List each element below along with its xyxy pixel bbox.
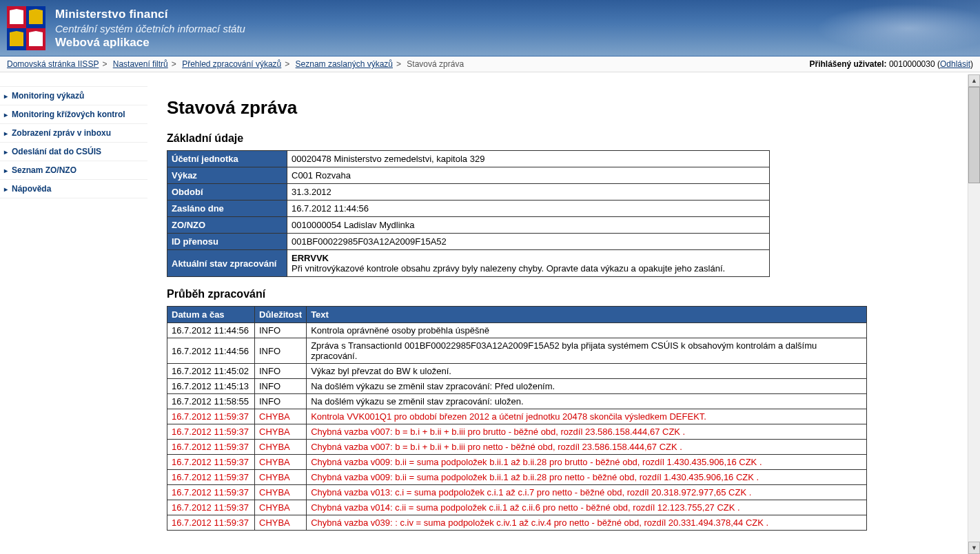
sidebar-item-monitoring-krizovych[interactable]: ▸Monitoring křížových kontrol: [0, 105, 147, 124]
basic-row-label: ID přenosu: [167, 234, 287, 250]
log-cell-text: Na došlém výkazu se změnil stav zpracová…: [307, 379, 867, 394]
log-cell-text: Chybná vazba v039: : c.iv = suma podpolo…: [307, 515, 867, 531]
log-cell-text: Chybná vazba v009: b.ii = suma podpolože…: [307, 455, 867, 470]
section-basic-title: Základní údaje: [167, 132, 968, 145]
page-title: Stavová zpráva: [167, 97, 968, 119]
caret-right-icon: ▸: [4, 148, 8, 156]
log-cell-severity: INFO: [255, 323, 307, 338]
basic-row-value: 001BF00022985F03A12A2009F15A52: [287, 234, 770, 250]
log-cell-datetime: 16.7.2012 11:59:37: [167, 470, 255, 485]
log-cell-datetime: 16.7.2012 11:58:55: [167, 394, 255, 409]
caret-right-icon: ▸: [4, 111, 8, 119]
basic-row-value: 00020478 Ministerstvo zemedelstvi, kapit…: [287, 151, 770, 167]
sidebar-item-label: Nápověda: [12, 184, 51, 194]
basic-row-value: 0010000054 Ladislav Mydlinka: [287, 217, 770, 234]
log-cell-datetime: 16.7.2012 11:59:37: [167, 409, 255, 424]
log-cell-severity: INFO: [255, 364, 307, 379]
page-scrollbar[interactable]: ▲ ▼: [968, 74, 980, 537]
basic-info-table: Účetní jednotka00020478 Ministerstvo zem…: [167, 150, 770, 277]
sidebar: ▸Monitoring výkazů ▸Monitoring křížových…: [0, 72, 147, 537]
log-header-severity: Důležitost: [255, 307, 307, 323]
log-cell-severity: CHYBA: [255, 424, 307, 440]
log-cell-text: Na došlém výkazu se změnil stav zpracová…: [307, 394, 867, 409]
basic-row: Zasláno dne16.7.2012 11:44:56: [167, 201, 770, 217]
log-cell-text: Chybná vazba v013: c.i = suma podpoložek…: [307, 485, 867, 500]
sidebar-item-odeslani[interactable]: ▸Odeslání dat do CSÚIS: [0, 143, 147, 161]
log-cell-text: Kontrola oprávněné osoby proběhla úspěšn…: [307, 323, 867, 338]
log-cell-datetime: 16.7.2012 11:59:37: [167, 440, 255, 455]
log-cell-severity: CHYBA: [255, 440, 307, 455]
log-cell-text: Kontrola VVK001Q1 pro období březen 2012…: [307, 409, 867, 424]
sidebar-item-inbox[interactable]: ▸Zobrazení zpráv v inboxu: [0, 124, 147, 143]
log-cell-severity: CHYBA: [255, 455, 307, 470]
log-cell-datetime: 16.7.2012 11:59:37: [167, 515, 255, 531]
sidebar-item-monitoring-vykazu[interactable]: ▸Monitoring výkazů: [0, 86, 147, 105]
state-emblem-icon: [7, 6, 45, 50]
log-cell-severity: CHYBA: [255, 409, 307, 424]
sidebar-item-label: Odeslání dat do CSÚIS: [12, 147, 101, 156]
basic-row: ZO/NZO0010000054 Ladislav Mydlinka: [167, 217, 770, 234]
caret-right-icon: ▸: [4, 167, 8, 174]
content: Stavová zpráva Základní údaje Účetní jed…: [147, 72, 974, 537]
basic-row-label: Období: [167, 184, 287, 201]
log-row: 16.7.2012 11:45:02INFOVýkaz byl převzat …: [167, 364, 867, 379]
basic-row-label: ZO/NZO: [167, 217, 287, 234]
sidebar-item-label: Seznam ZO/NZO: [12, 165, 76, 175]
log-cell-datetime: 16.7.2012 11:45:02: [167, 364, 255, 379]
log-row: 16.7.2012 11:59:37CHYBAChybná vazba v014…: [167, 500, 867, 515]
log-cell-text: Zpráva s TransactionId 001BF00022985F03A…: [307, 338, 867, 364]
log-row: 16.7.2012 11:59:37CHYBAKontrola VVK001Q1…: [167, 409, 867, 424]
basic-row: Aktuální stav zpracováníERRVVKPři vnitro…: [167, 250, 770, 277]
log-row: 16.7.2012 11:58:55INFONa došlém výkazu s…: [167, 394, 867, 409]
log-cell-datetime: 16.7.2012 11:44:56: [167, 323, 255, 338]
scroll-up-button[interactable]: ▲: [968, 74, 980, 87]
processing-log-table: Datum a čas Důležitost Text 16.7.2012 11…: [167, 306, 867, 531]
user-id: 0010000030: [889, 59, 935, 69]
log-cell-text: Chybná vazba v007: b = b.i + b.ii + b.ii…: [307, 440, 867, 455]
header-ministry: Ministerstvo financí: [55, 8, 245, 21]
sidebar-item-label: Monitoring výkazů: [12, 91, 84, 101]
header-app: Webová aplikace: [55, 36, 245, 50]
log-cell-severity: CHYBA: [255, 470, 307, 485]
sidebar-item-napoveda[interactable]: ▸Nápověda: [0, 180, 147, 198]
basic-row-label: Účetní jednotka: [167, 151, 287, 167]
user-label: Přihlášený uživatel:: [809, 59, 886, 69]
log-cell-severity: INFO: [255, 338, 307, 364]
caret-right-icon: ▸: [4, 130, 8, 137]
basic-row-value: ERRVVKPři vnitrovýkazové kontrole obsahu…: [287, 250, 770, 277]
caret-right-icon: ▸: [4, 185, 8, 193]
breadcrumb-link-list[interactable]: Seznam zaslaných výkazů: [296, 59, 393, 69]
log-row: 16.7.2012 11:44:56INFOZpráva s Transacti…: [167, 338, 867, 364]
sidebar-item-seznam-zonzo[interactable]: ▸Seznam ZO/NZO: [0, 161, 147, 180]
log-cell-datetime: 16.7.2012 11:59:37: [167, 500, 255, 515]
basic-row: VýkazC001 Rozvaha: [167, 167, 770, 184]
log-row: 16.7.2012 11:59:37CHYBAChybná vazba v009…: [167, 470, 867, 485]
log-cell-severity: INFO: [255, 394, 307, 409]
sidebar-item-label: Zobrazení zpráv v inboxu: [12, 128, 111, 138]
logout-link[interactable]: Odhlásit: [940, 59, 970, 69]
log-cell-severity: CHYBA: [255, 515, 307, 531]
scroll-thumb[interactable]: [968, 87, 980, 183]
basic-row: Období31.3.2012: [167, 184, 770, 201]
breadcrumb: Domovská stránka IISSP> Nastavení filtrů…: [7, 59, 464, 69]
basic-row: Účetní jednotka00020478 Ministerstvo zem…: [167, 151, 770, 167]
log-row: 16.7.2012 11:59:37CHYBAChybná vazba v007…: [167, 424, 867, 440]
breadcrumb-link-overview[interactable]: Přehled zpracování výkazů: [182, 59, 281, 69]
breadcrumb-link-home[interactable]: Domovská stránka IISSP: [7, 59, 99, 69]
log-cell-text: Chybná vazba v014: c.ii = suma podpolože…: [307, 500, 867, 515]
basic-row-value: 31.3.2012: [287, 184, 770, 201]
app-header: Ministerstvo financí Centrální systém úč…: [0, 0, 980, 57]
log-cell-datetime: 16.7.2012 11:45:13: [167, 379, 255, 394]
caret-right-icon: ▸: [4, 92, 8, 100]
log-header-datetime: Datum a čas: [167, 307, 255, 323]
log-row: 16.7.2012 11:44:56INFOKontrola oprávněné…: [167, 323, 867, 338]
breadcrumb-link-filters[interactable]: Nastavení filtrů: [113, 59, 168, 69]
log-row: 16.7.2012 11:59:37CHYBAChybná vazba v009…: [167, 455, 867, 470]
section-progress-title: Průběh zpracování: [167, 288, 968, 300]
log-row: 16.7.2012 11:59:37CHYBAChybná vazba v007…: [167, 440, 867, 455]
basic-row-value: 16.7.2012 11:44:56: [287, 201, 770, 217]
log-cell-text: Výkaz byl převzat do BW k uložení.: [307, 364, 867, 379]
basic-row-label: Zasláno dne: [167, 201, 287, 217]
log-row: 16.7.2012 11:45:13INFONa došlém výkazu s…: [167, 379, 867, 394]
log-cell-severity: CHYBA: [255, 500, 307, 515]
